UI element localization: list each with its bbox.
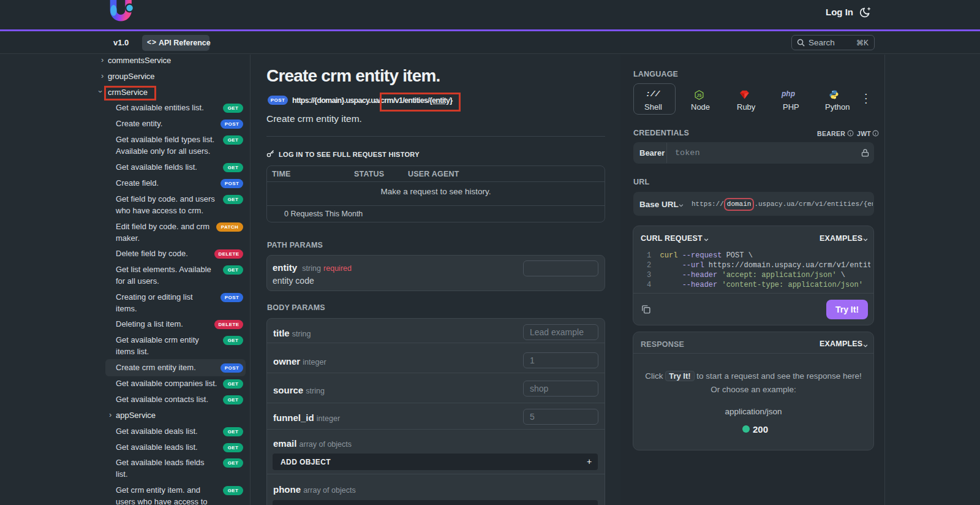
svg-text:JS: JS (697, 93, 702, 97)
